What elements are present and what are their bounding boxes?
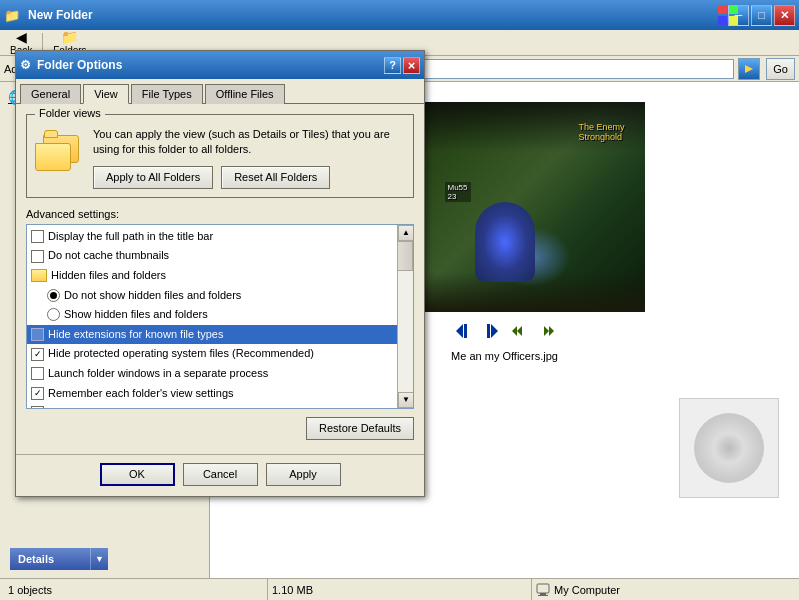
dialog-close-button[interactable]: × [403,57,420,74]
setting-item-separate-process: Launch folder windows in a separate proc… [27,364,413,384]
go-label: Go [773,63,788,75]
tab-file-types[interactable]: File Types [131,84,203,104]
folder-options-dialog: ⚙ Folder Options ? × General View File T… [15,50,425,497]
thumbnail-area [679,398,779,498]
dialog-titlebar: ⚙ Folder Options ? × [16,51,424,79]
tab-file-types-label: File Types [142,88,192,100]
next-button[interactable] [480,320,502,342]
next-folder-button[interactable] [536,320,558,342]
ok-button[interactable]: OK [100,463,175,486]
tab-view[interactable]: View [83,84,129,104]
go-area: Go [738,58,795,80]
tab-view-label: View [94,88,118,100]
game-text-1: The EnemyStronghold [578,122,624,142]
setting-item-hide-protected: Hide protected operating system files (R… [27,344,413,364]
objects-count: 1 objects [8,584,52,596]
statusbar: 1 objects 1.10 MB My Computer [0,578,799,600]
tab-general[interactable]: General [20,84,81,104]
setting-label-hide-ext: Hide extensions for known file types [48,326,223,344]
scrollbar-track: ▲ ▼ [397,225,413,408]
setting-label-show-hidden: Show hidden files and folders [64,306,208,324]
game-character [475,202,535,282]
svg-marker-11 [549,326,554,336]
svg-marker-5 [456,324,463,338]
details-dropdown-arrow[interactable]: ▼ [90,548,108,570]
setting-item-donot-show: Do not show hidden files and folders [27,286,413,306]
folder-views-legend: Folder views [35,107,105,119]
setting-item-show-hidden: Show hidden files and folders [27,305,413,325]
status-size: 1.10 MB [268,579,532,600]
setting-item-cache: Do not cache thumbnails [27,246,413,266]
folder-icon-stack [35,127,83,175]
setting-item-restore-windows: Restore previous folder windows at logon [27,403,413,409]
explorer-titlebar: 📁 New Folder ─ □ ✕ [0,0,799,30]
maximize-button[interactable]: □ [751,5,772,26]
svg-rect-6 [464,324,467,338]
dialog-footer: OK Cancel Apply [16,454,424,496]
scroll-down-button[interactable]: ▼ [398,392,414,408]
folder-icon-hidden [31,269,47,282]
settings-list: Display the full path in the title bar D… [27,225,413,409]
checkbox-hide-protected[interactable] [31,348,44,361]
cancel-button[interactable]: Cancel [183,463,258,486]
apply-button[interactable]: Apply [266,463,341,486]
svg-rect-1 [729,5,738,14]
tab-general-label: General [31,88,70,100]
go-button[interactable]: Go [766,58,795,80]
media-controls [452,320,558,342]
setting-label-donot-show: Do not show hidden files and folders [64,287,241,305]
help-button[interactable]: ? [384,57,401,74]
setting-label-hidden-group: Hidden files and folders [51,267,166,285]
advanced-settings-label: Advanced settings: [26,208,414,220]
details-select[interactable]: Details [10,548,90,570]
svg-marker-12 [544,326,549,336]
radio-donot-show[interactable] [47,289,60,302]
checkbox-remember-view[interactable] [31,387,44,400]
file-size: 1.10 MB [272,584,313,596]
help-icon: ? [389,59,396,71]
checkbox-separate-process[interactable] [31,367,44,380]
svg-rect-3 [729,16,738,25]
setting-label-fullpath: Display the full path in the title bar [48,228,213,246]
tab-offline-files[interactable]: Offline Files [205,84,285,104]
dropdown-arrow-icon: ▼ [95,554,104,564]
scrollbar-thumb[interactable] [397,241,413,271]
computer-icon [536,583,550,597]
setting-label-restore-windows: Restore previous folder windows at logon [48,404,249,409]
computer-label: My Computer [554,584,620,596]
restore-defaults-button[interactable]: Restore Defaults [306,417,414,440]
setting-label-cache: Do not cache thumbnails [48,247,169,265]
setting-item-hide-ext[interactable]: Hide extensions for known file types [27,325,413,345]
game-text-2: Mu5523 [445,182,471,202]
setting-label-hide-protected: Hide protected operating system files (R… [48,345,314,363]
checkbox-fullpath[interactable] [31,230,44,243]
go-arrow-icon [738,58,760,80]
checkbox-cache[interactable] [31,250,44,263]
svg-rect-13 [537,584,549,593]
details-area: Details ▼ [10,548,108,570]
close-icon: × [408,58,416,73]
folder-views-buttons: Apply to All Folders Reset All Folders [93,166,405,189]
apply-all-folders-button[interactable]: Apply to All Folders [93,166,213,189]
svg-marker-9 [512,326,517,336]
setting-item-fullpath: Display the full path in the title bar [27,227,413,247]
checkbox-restore-windows[interactable] [31,406,44,408]
thumbnail-disc [694,413,764,483]
explorer-title: New Folder [24,8,728,22]
prev-folder-button[interactable] [508,320,530,342]
dialog-tabs: General View File Types Offline Files [16,79,424,104]
close-window-button[interactable]: ✕ [774,5,795,26]
setting-label-separate-process: Launch folder windows in a separate proc… [48,365,268,383]
checkbox-hide-ext[interactable] [31,328,44,341]
prev-button[interactable] [452,320,474,342]
svg-rect-0 [718,5,727,14]
computer-icon-area: My Computer [536,583,620,597]
settings-list-container[interactable]: Display the full path in the title bar D… [26,224,414,409]
scroll-up-button[interactable]: ▲ [398,225,414,241]
svg-rect-15 [538,595,548,596]
tab-offline-files-label: Offline Files [216,88,274,100]
reset-all-folders-button[interactable]: Reset All Folders [221,166,330,189]
details-label: Details [18,553,54,565]
folder-views-right: You can apply the view (such as Details … [93,127,405,189]
radio-show-hidden[interactable] [47,308,60,321]
